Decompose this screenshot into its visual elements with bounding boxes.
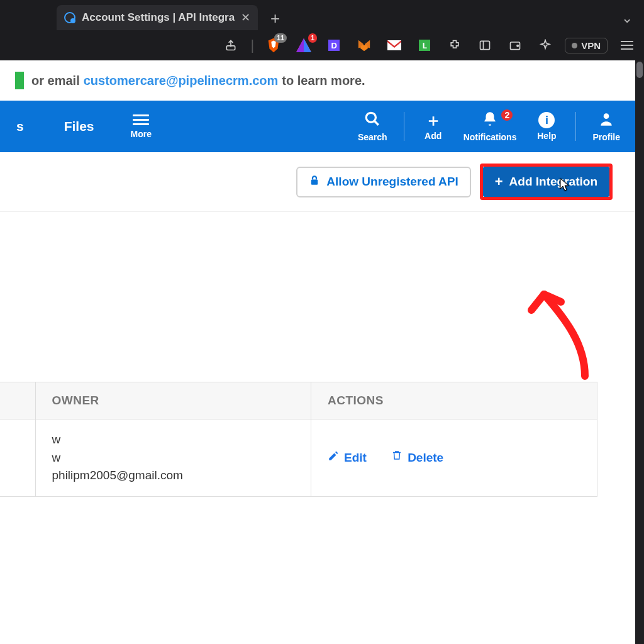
svg-line-7 (375, 121, 379, 125)
integrations-table: OWNER ACTIONS w w philipm2005@gmail.com (0, 382, 597, 497)
nav-add[interactable]: ＋ Add (412, 112, 455, 141)
tab-title: Account Settings | API Integra (82, 11, 235, 24)
nav-profile-label: Profile (592, 132, 620, 142)
actions-cell: Edit Delete (311, 419, 597, 497)
nav-profile[interactable]: Profile (584, 111, 629, 142)
person-icon (598, 111, 614, 130)
owner-email: philipm2005@gmail.com (52, 467, 294, 485)
banner-suffix: to learn more. (282, 74, 365, 88)
browser-menu-icon[interactable] (616, 35, 638, 56)
table-cell-blank (0, 419, 35, 497)
page-actions: Allow Unregistered API + Add Integration (0, 152, 635, 212)
shields-badge: 11 (274, 33, 287, 43)
edit-button[interactable]: Edit (328, 449, 367, 467)
edit-label: Edit (344, 449, 367, 467)
nav-search[interactable]: Search (349, 111, 396, 142)
browser-tab[interactable]: Account Settings | API Integra ✕ (57, 5, 258, 30)
ext-l-icon[interactable]: L (414, 35, 435, 56)
leo-icon[interactable] (535, 35, 556, 56)
nav-separator (575, 112, 576, 141)
close-icon[interactable]: ✕ (241, 12, 250, 23)
add-integration-label: Add Integration (509, 175, 597, 189)
vpn-button[interactable]: VPN (565, 38, 608, 53)
trash-icon (391, 449, 402, 467)
table-header-owner: OWNER (35, 382, 311, 419)
ext-d-icon[interactable]: D (323, 35, 345, 56)
wallet-icon[interactable] (504, 35, 526, 56)
plus-icon: + (495, 174, 503, 190)
toolbar-separator: | (250, 37, 254, 53)
svg-point-6 (367, 113, 376, 122)
sidepanel-icon[interactable] (474, 35, 496, 56)
nav-help-label: Help (537, 131, 556, 141)
main-nav: s Files More Search ＋ Add (0, 101, 635, 152)
page-content: or email customercare@pipelinecrm.com to… (0, 60, 635, 644)
owner-line2: w (52, 449, 294, 467)
plus-icon: ＋ (425, 112, 441, 128)
nav-add-label: Add (425, 131, 441, 141)
banner-prefix: or email (31, 74, 80, 88)
table-header-actions: ACTIONS (311, 382, 597, 419)
nav-more-label: More (131, 129, 152, 139)
browser-tabstrip: Account Settings | API Integra ✕ + ⌄ (0, 0, 644, 30)
allow-unregistered-api-button[interactable]: Allow Unregistered API (296, 167, 470, 197)
nav-notifications[interactable]: 2 Notifications (455, 111, 526, 142)
nav-item-more[interactable]: More (118, 114, 164, 139)
favicon-icon (64, 12, 75, 23)
cursor-icon (559, 177, 572, 196)
banner-accent (15, 72, 24, 89)
share-icon[interactable] (220, 35, 242, 56)
nav-item-files[interactable]: Files (48, 119, 111, 134)
pencil-icon (328, 449, 339, 467)
add-integration-button[interactable]: + Add Integration (482, 166, 610, 197)
vpn-status-dot (572, 43, 577, 48)
table-row: w w philipm2005@gmail.com Edit (0, 419, 597, 497)
svg-rect-2 (480, 41, 490, 49)
tabs-dropdown-icon[interactable]: ⌄ (621, 10, 633, 30)
hamburger-icon (133, 114, 149, 125)
metamask-icon[interactable] (353, 35, 375, 56)
mail-icon[interactable] (384, 35, 405, 56)
bell-icon (482, 111, 498, 130)
svg-point-8 (604, 113, 609, 119)
nav-separator (404, 112, 404, 141)
nav-item-partial[interactable]: s (0, 119, 40, 134)
lock-icon (309, 174, 320, 190)
browser-toolbar: | 11 1 D L VPN (0, 30, 644, 60)
nav-help[interactable]: i Help (525, 112, 568, 141)
scrollbar-track[interactable] (635, 60, 644, 644)
nav-notifications-label: Notifications (464, 132, 517, 142)
notifications-badge: 2 (500, 108, 514, 122)
table-header-blank (0, 382, 35, 419)
nav-search-label: Search (358, 132, 387, 142)
banner-email-link[interactable]: customercare@pipelinecrm.com (84, 74, 279, 88)
delete-button[interactable]: Delete (391, 449, 443, 467)
new-tab-button[interactable]: + (262, 10, 289, 30)
scrollbar-thumb[interactable] (636, 62, 643, 78)
delete-label: Delete (408, 449, 443, 467)
allow-unregistered-label: Allow Unregistered API (326, 175, 458, 189)
vpn-label: VPN (581, 40, 601, 51)
owner-line1: w (52, 431, 294, 449)
svg-point-5 (517, 45, 519, 47)
brave-shields-icon[interactable]: 11 (263, 35, 284, 56)
content-gap (0, 212, 635, 382)
search-icon (364, 111, 380, 130)
info-banner: or email customercare@pipelinecrm.com to… (0, 60, 635, 101)
svg-rect-9 (311, 179, 318, 184)
info-icon: i (538, 112, 555, 128)
extensions-icon[interactable] (444, 35, 465, 56)
brave-rewards-icon[interactable]: 1 (293, 35, 314, 56)
rewards-badge: 1 (308, 33, 317, 43)
svg-rect-1 (387, 40, 401, 50)
owner-cell: w w philipm2005@gmail.com (35, 419, 311, 497)
table-header-row: OWNER ACTIONS (0, 382, 597, 419)
